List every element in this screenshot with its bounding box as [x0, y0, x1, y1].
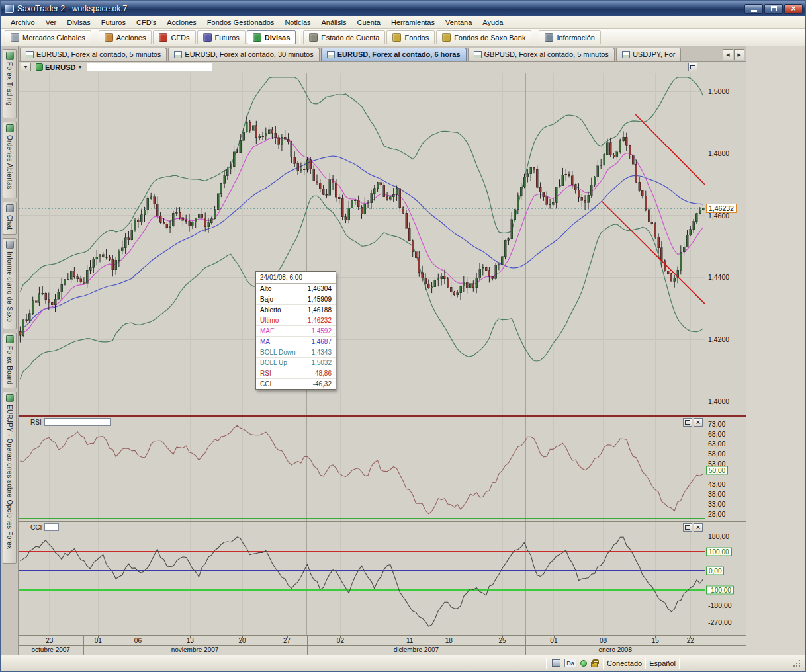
tooltip-value: 1,45909: [308, 296, 332, 303]
tooltip-row: Alto1,46304: [256, 284, 336, 294]
close-icon: ×: [696, 419, 700, 425]
menu-fondos-gestionados[interactable]: Fondos Gestionados: [202, 17, 280, 28]
connection-icon[interactable]: [580, 660, 587, 667]
date-label: 02: [337, 637, 344, 644]
sidebar-tab-ordenes-abiertas[interactable]: Ordenes Abiertas: [3, 122, 17, 198]
month-label: enero 2008: [598, 646, 632, 653]
toolbar-fondos[interactable]: Fondos: [386, 30, 435, 44]
price-plot[interactable]: 24/01/08, 6:00Alto1,46304Bajo1,45909Abie…: [19, 73, 705, 415]
chart-tab-label: EURUSD, Forex al contado, 6 horas: [337, 50, 461, 58]
scroll-left-icon: ◀: [726, 52, 729, 58]
tooltip-label: Ultimo: [260, 317, 279, 324]
menu-noticias[interactable]: Noticias: [279, 17, 316, 28]
date-label: 23: [46, 637, 53, 644]
user-session-icon[interactable]: [552, 659, 560, 667]
toolbar-divisas[interactable]: Divisas: [247, 30, 296, 44]
sidebar-tab-forex-board[interactable]: Forex Board: [3, 333, 17, 388]
cfd-icon: [159, 33, 167, 42]
forex-board-icon: [6, 335, 14, 343]
toolbar-acciones[interactable]: Acciones: [99, 30, 152, 44]
dropdown-icon: ▼: [24, 65, 28, 69]
status-bar: Da Conectado Español: [1, 655, 805, 671]
resize-grip[interactable]: [792, 659, 801, 668]
rsi-plot[interactable]: RSI ×: [19, 417, 705, 521]
sidebar-tab-label: Informe diario de Saxo: [6, 251, 13, 322]
secure-lock-icon[interactable]: [591, 662, 598, 667]
menu-archivo[interactable]: Archivo: [5, 17, 40, 28]
cci-close-button[interactable]: ×: [694, 523, 703, 532]
tooltip-label: MAE: [260, 327, 275, 335]
chart-tab-usdjpy-for[interactable]: USDJPY, For: [616, 48, 682, 61]
toolbar-estado-de-cuenta[interactable]: Estado de Cuenta: [303, 30, 385, 44]
toolbar-label: CFDs: [171, 34, 189, 42]
forex-trading-icon: [6, 52, 14, 60]
menu-cfd-s[interactable]: CFD's: [131, 17, 161, 28]
toolbar-mercados-globales[interactable]: Mercados Globales: [5, 30, 91, 44]
rsi-edit-box[interactable]: [44, 418, 111, 426]
sidebar-tab-label: Ordenes Abiertas: [6, 135, 13, 189]
cci-plot-canvas[interactable]: [19, 522, 705, 635]
menu-ver[interactable]: Ver: [40, 17, 62, 28]
symbol-selector[interactable]: EURUSD ▼: [34, 63, 83, 71]
price-chart-canvas[interactable]: [19, 73, 705, 415]
chat-icon: [6, 204, 14, 212]
language-indicator[interactable]: Español: [649, 659, 676, 667]
chart-area: ▼ EURUSD ▼ 24/01/08, 6:00Alto1,46304Bajo…: [19, 62, 746, 655]
rsi-maximize-button[interactable]: [683, 418, 692, 427]
menu-acciones[interactable]: Acciones: [161, 17, 202, 28]
menu-ayuda[interactable]: Ayuda: [477, 17, 508, 28]
cci-plot[interactable]: CCI ×: [19, 522, 705, 635]
axis-tick-label: 1,4000: [708, 398, 729, 405]
chart-search-input[interactable]: [87, 63, 212, 71]
close-button[interactable]: ×: [784, 4, 803, 14]
dropdown-icon: ▼: [77, 65, 82, 69]
axis-corner: [705, 646, 746, 655]
menu-divisas[interactable]: Divisas: [62, 17, 95, 28]
chart-tab-eurusd-forex-al-contado-6-horas[interactable]: EURUSD, Forex al contado, 6 horas: [321, 48, 467, 61]
workspace-background: [746, 46, 805, 655]
chart-tab-gbpusd-forex-al-contado-5-minutos[interactable]: GBPUSD, Forex al contado, 5 minutos: [468, 48, 615, 61]
date-label: 18: [445, 637, 453, 644]
sidebar-tab-eurjpy-operaciones-sobre-opciones-forex[interactable]: EURJPY - Operaciones sobre Opciones Fore…: [3, 392, 17, 564]
rsi-plot-canvas[interactable]: [19, 417, 705, 521]
date-tick-row: 2301061320270211182501081522: [19, 635, 746, 645]
tooltip-value: 1,5032: [311, 359, 332, 366]
info-icon: [545, 33, 553, 42]
menu-an-lisis[interactable]: Análisis: [316, 17, 352, 28]
cci-edit-box[interactable]: [44, 523, 59, 531]
toolbar-cfds[interactable]: CFDs: [153, 30, 195, 44]
statusbar-separator: [603, 658, 604, 669]
tab-scroll-right-button[interactable]: ▶: [734, 49, 744, 60]
data-feed-icon[interactable]: Da: [564, 659, 576, 667]
restore-icon: [771, 6, 777, 11]
rsi-close-button[interactable]: ×: [694, 418, 703, 427]
tab-scroll-left-button[interactable]: ◀: [723, 49, 733, 60]
chart-tab-eurusd-forex-al-contado-5-minutos[interactable]: EURUSD, Forex al contado, 5 minutos: [20, 48, 167, 61]
toolbar-fondos-de-saxo-bank[interactable]: Fondos de Saxo Bank: [436, 30, 531, 44]
restore-button[interactable]: [764, 4, 783, 14]
menu-ventana[interactable]: Ventana: [440, 17, 477, 28]
menu-futuros[interactable]: Futuros: [96, 17, 131, 28]
axis-tick-label: 180,00: [708, 532, 729, 540]
month-row: octubre 2007noviembre 2007diciembre 2007…: [19, 645, 746, 655]
month-label: diciembre 2007: [394, 646, 439, 653]
toolbar-futuros[interactable]: Futuros: [197, 30, 246, 44]
minimize-button[interactable]: [744, 4, 763, 14]
title-bar[interactable]: SaxoTrader 2 - workspace.ok.7 ×: [1, 1, 805, 16]
toolbar-informaci-n[interactable]: Información: [539, 30, 600, 44]
month-separator: [525, 636, 526, 645]
tooltip-date: 24/01/08, 6:00: [256, 272, 336, 284]
statusbar-separator: [679, 658, 680, 669]
sidebar-tab-forex-trading[interactable]: Forex Trading: [3, 49, 17, 118]
toolbar-separator: [95, 31, 95, 44]
chart-maximize-button[interactable]: [688, 63, 697, 71]
sidebar-tab-chat[interactable]: Chat: [3, 202, 17, 235]
chart-tab-eurusd-forex-al-contado-30-minutos[interactable]: EURUSD, Forex al contado, 30 minutos: [168, 48, 319, 61]
chart-menu-button[interactable]: ▼: [21, 63, 31, 71]
open-orders-icon: [6, 124, 14, 132]
menu-cuenta[interactable]: Cuenta: [351, 17, 385, 28]
menu-herramientas[interactable]: Herramientas: [386, 17, 440, 28]
cci-maximize-button[interactable]: [683, 523, 692, 532]
sidebar-tab-informe-diario-de-saxo[interactable]: Informe diario de Saxo: [3, 238, 17, 329]
tooltip-value: 48,86: [315, 370, 332, 377]
